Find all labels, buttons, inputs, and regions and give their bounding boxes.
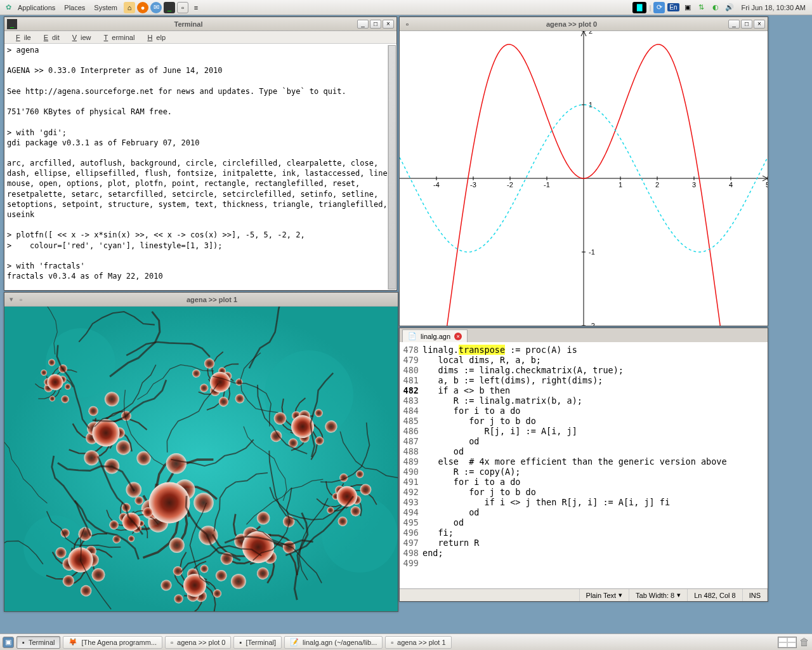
maximize-button[interactable]: □ [370,20,381,29]
show-desktop-icon[interactable]: ▣ [3,637,14,648]
terminal-title-icon: _ [7,19,17,29]
home-icon[interactable]: ⌂ [124,2,135,13]
code-text: od [422,436,479,446]
menu-places[interactable]: Places [60,3,89,13]
status-tabwidth[interactable]: Tab Width: 8 ▾ [629,589,688,601]
minimize-button[interactable]: _ [357,20,369,29]
menu-help[interactable]: Help [140,32,169,43]
code-text: fi; [422,527,454,538]
status-insert-mode[interactable]: INS [743,589,768,601]
line-number: 494 [400,507,422,517]
task-label: Terminal [29,639,55,646]
launcher-icon-2[interactable]: ≡ [190,2,202,13]
line-number: 496 [400,527,422,538]
task-label: agena >> plot 0 [177,639,225,646]
taskbar-item[interactable]: ▪Terminal [16,636,60,649]
code-text: od [422,517,464,527]
menu-file[interactable]: File [8,32,35,43]
close-button[interactable]: × [383,20,394,29]
code-text: R := copy(A); [422,467,520,477]
task-label: [Terminal] [246,639,276,646]
minimize-button[interactable]: _ [728,20,740,29]
code-text: od [422,446,464,456]
plot1-titlebar[interactable]: ▾ ▫ agena >> plot 1 [4,293,398,307]
task-label: linalg.agn (~/agena/lib... [303,639,377,646]
editor-statusbar: Plain Text ▾ Tab Width: 8 ▾ Ln 482, Col … [400,588,768,601]
code-line: 479 local dims, R, a, b; [400,355,768,365]
task-icon: 🦊 [69,638,77,646]
code-text: dims := linalg.checkmatrix(A, true); [422,365,624,375]
tray-app-icon-2[interactable]: ◐ [710,2,721,13]
taskbar-item[interactable]: 🦊[The Agena programm... [63,636,162,649]
tab-close-icon[interactable]: × [454,333,462,340]
down-arrow-icon[interactable]: ▾ [7,295,16,303]
menu-view[interactable]: View [65,32,95,43]
plot0-canvas: -4-3-2-112345-2-112 [400,31,768,326]
line-number: 478 [400,345,422,355]
tray-app-icon[interactable]: ▣ [682,2,693,13]
fractal-canvas [4,307,398,611]
line-number: 488 [400,446,422,456]
status-language[interactable]: Plain Text ▾ [580,589,630,601]
line-number: 482 [400,385,422,395]
terminal-launcher-icon[interactable]: _ [164,2,175,13]
taskbar-item[interactable]: ▪[Terminal] [233,636,282,649]
taskbar-item[interactable]: ▫agena >> plot 0 [165,636,231,649]
line-number: 495 [400,517,422,527]
thunderbird-icon[interactable]: ✉ [150,2,162,13]
maximize-button[interactable]: □ [741,20,752,29]
terminal-window: _ Terminal _ □ × File Edit View Terminal… [4,17,397,291]
plot0-title-icon: ▫ [402,19,412,29]
code-line: 495 od [400,517,768,527]
svg-text:-1: -1 [544,181,550,189]
plot1-title-icon: ▫ [16,295,26,305]
line-number: 490 [400,467,422,477]
trash-icon[interactable]: 🗑 [799,637,809,648]
editor-code[interactable]: 478linalg.transpose := proc(A) is479 loc… [400,342,768,588]
code-text: for i to a do [422,406,520,416]
firefox-icon[interactable]: ● [137,2,148,13]
line-number: 481 [400,375,422,385]
taskbar-item[interactable]: ▫agena >> plot 1 [385,636,451,649]
line-number: 493 [400,497,422,507]
taskbar-item[interactable]: 📝linalg.agn (~/agena/lib... [284,636,383,649]
svg-text:4: 4 [729,181,733,189]
clock[interactable]: Fri Jun 18, 10:30 AM [738,4,810,11]
menu-terminal[interactable]: Terminal [96,32,139,43]
svg-text:-2: -2 [507,181,513,189]
terminal-scrollbar[interactable] [388,45,396,289]
close-button[interactable]: × [754,20,765,29]
code-text: for j to b do [422,487,536,497]
volume-icon[interactable]: 🔊 [724,2,735,13]
status-position: Ln 482, Col 8 [688,589,742,601]
code-line: 484 for i to a do [400,406,768,416]
terminal-titlebar[interactable]: _ Terminal _ □ × [4,17,396,31]
line-number: 486 [400,426,422,436]
svg-text:2: 2 [655,181,659,189]
plot0-titlebar[interactable]: ▫ agena >> plot 0 _ □ × [400,17,768,31]
terminal-content[interactable]: > agena AGENA >> 0.33.0 Interpreter as o… [4,44,396,290]
menu-applications[interactable]: Applications [14,3,59,13]
code-line: 488 od [400,446,768,456]
line-number: 487 [400,436,422,446]
svg-text:-1: -1 [589,248,595,256]
editor-tab[interactable]: 📄 linalg.agn × [402,329,468,342]
file-icon: 📄 [408,332,417,340]
task-label: agena >> plot 1 [397,639,445,646]
line-number: 497 [400,538,422,548]
menu-system[interactable]: System [90,3,121,13]
code-line: 497 return R [400,538,768,548]
plot0-window: ▫ agena >> plot 0 _ □ × -4-3-2-112345-2-… [399,17,768,326]
launcher-icon[interactable]: ▫ [177,2,188,13]
line-number: 483 [400,395,422,406]
workspace-switcher[interactable] [778,637,797,648]
plot0-title: agena >> plot 0 [415,20,728,28]
menu-edit[interactable]: Edit [36,32,63,43]
code-line: 496 fi; [400,527,768,538]
update-icon[interactable]: ⟳ [653,2,665,13]
keyboard-layout-badge[interactable]: En [667,3,679,11]
network-icon[interactable]: ⇅ [696,2,707,13]
monitor-icon[interactable]: ▇ [632,2,646,13]
gnome-foot-icon: ✿ [3,2,14,13]
code-text: linalg.transpose := proc(A) is [422,345,577,355]
